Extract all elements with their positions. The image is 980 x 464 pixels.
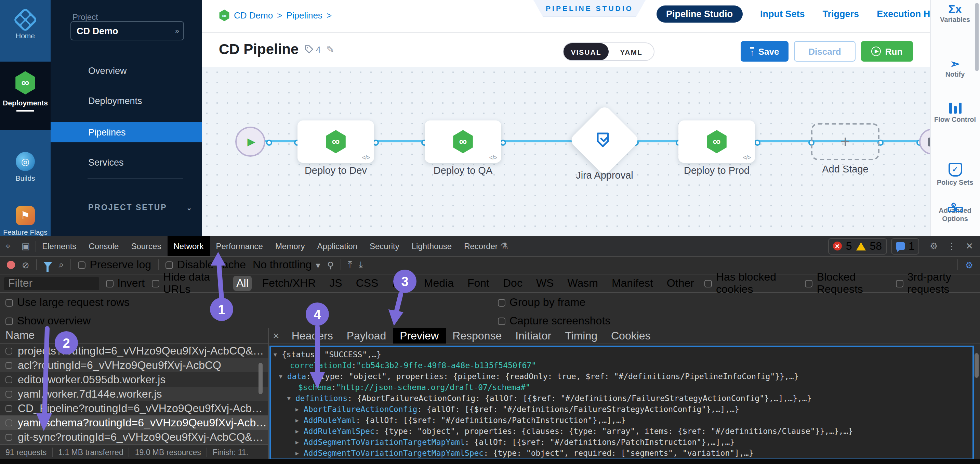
stage-label[interactable]: Deploy to Dev <box>281 165 390 176</box>
request-row[interactable]: projects?routingId=6_vVHzo9Qeu9fXvj-AcbC… <box>0 344 268 358</box>
blocked-requests-checkbox[interactable]: Blocked Requests <box>805 271 889 296</box>
detail-tab-initiator[interactable]: Initiator <box>509 328 558 344</box>
json-preview-pane[interactable]: ▼{status: "SUCCESS",…} correlationId: "c… <box>269 346 974 460</box>
scrollbar-thumb[interactable] <box>975 353 978 378</box>
filter-chip-media[interactable]: Media <box>421 276 457 291</box>
request-row[interactable]: git-sync?routingId=6_vVHzo9Qeu9fXvj-AcbC… <box>0 430 268 444</box>
detail-tab-payload[interactable]: Payload <box>340 328 393 344</box>
sidebar-item-pipelines[interactable]: Pipelines <box>51 122 202 142</box>
devtools-tab-elements[interactable]: Elements <box>36 236 83 256</box>
record-button[interactable] <box>7 261 15 269</box>
sidebar-item-home[interactable]: Home <box>0 0 51 62</box>
add-stage-label[interactable]: Add Stage <box>791 164 900 174</box>
project-selector[interactable]: CD Demo » <box>70 21 184 40</box>
run-button[interactable]: ▶ Run <box>861 41 913 62</box>
json-line[interactable]: ▶AddRuleYamlSpec: {type: "object", prope… <box>296 426 853 437</box>
sidebar-item-deployments[interactable]: ∞ Deployments <box>0 62 51 130</box>
toggle-visual[interactable]: VISUAL <box>563 43 609 60</box>
detail-tab-preview[interactable]: Preview <box>393 328 445 344</box>
json-line[interactable]: ▼{status: "SUCCESS",…} <box>274 349 381 360</box>
request-row[interactable]: yaml.worker.7d144e.worker.js <box>0 387 268 401</box>
filter-chip-doc[interactable]: Doc <box>500 276 526 291</box>
json-line[interactable]: ▶AddSegmentToVariationTargetMapYamlSpec:… <box>296 448 754 459</box>
import-har-icon[interactable]: ⤒ <box>348 259 352 270</box>
devtools-tab-memory[interactable]: Memory <box>269 236 311 256</box>
stage-label[interactable]: Jira Approval <box>550 170 659 181</box>
detail-tab-timing[interactable]: Timing <box>558 328 604 344</box>
json-line[interactable]: correlationId: "cb54c3b2-9ffe-49f8-a48e-… <box>282 360 536 371</box>
filter-funnel-icon[interactable] <box>44 262 52 268</box>
search-icon[interactable]: ⌕ <box>59 259 64 270</box>
variables-button[interactable]: Σx Variables <box>930 5 980 24</box>
clear-icon[interactable]: ⊘ <box>22 260 29 270</box>
gear-icon[interactable]: ⚙ <box>925 241 942 251</box>
has-blocked-cookies-checkbox[interactable]: Has blocked cookies <box>705 271 799 296</box>
third-party-checkbox[interactable]: 3rd-party requests <box>896 271 980 296</box>
stage-label[interactable]: Deploy to QA <box>408 165 518 176</box>
filter-input[interactable]: Filter <box>4 277 99 290</box>
sidebar-item-deployments-sub[interactable]: Deployments <box>51 90 202 111</box>
show-overview-checkbox[interactable]: Show overview <box>5 315 91 327</box>
pipeline-start-node[interactable]: ▶ <box>235 127 265 157</box>
pane-divider[interactable] <box>268 328 269 459</box>
detail-tab-cookies[interactable]: Cookies <box>604 328 657 344</box>
tab-input-sets[interactable]: Input Sets <box>760 9 805 19</box>
requests-name-column-header[interactable]: Name <box>0 328 268 344</box>
request-row[interactable]: editor.worker.0595db.worker.js <box>0 372 268 387</box>
filter-chip-all[interactable]: All <box>233 276 252 291</box>
request-row[interactable]: acl?routingId=6_vVHzo9Qeu9fXvj-AcbCQ <box>0 358 268 372</box>
visual-yaml-toggle[interactable]: VISUAL YAML <box>563 42 654 61</box>
advanced-options-button[interactable]: ⚙ Advanced Options <box>930 207 980 223</box>
devtools-tab-network[interactable]: Network <box>167 236 210 256</box>
sidebar-item-overview[interactable]: Overview <box>51 60 202 81</box>
devtools-tab-recorder[interactable]: Recorder ⚗ <box>458 236 514 256</box>
discard-button[interactable]: Discard <box>794 41 856 62</box>
throttling-select[interactable]: No throttling▾ <box>253 259 320 271</box>
json-line[interactable]: $schema: "http://json-schema.org/draft-0… <box>290 382 530 393</box>
scrollbar-thumb[interactable] <box>975 3 978 71</box>
hide-data-urls-checkbox[interactable]: Hide data URLs <box>151 271 226 296</box>
network-settings-gear-icon[interactable]: ⚙ <box>965 260 980 270</box>
json-line[interactable]: ▼data: {type: "object", properties: {pip… <box>279 371 799 382</box>
sidebar-item-feature-flags[interactable]: ⚑ Feature Flags <box>0 195 51 236</box>
use-large-rows-checkbox[interactable]: Use large request rows <box>5 297 130 309</box>
json-line[interactable]: ▶AddRuleYaml: {allOf: [{$ref: "#/definit… <box>296 415 626 426</box>
close-detail-icon[interactable]: × <box>269 330 285 342</box>
request-row[interactable]: CD_Pipeline?routingId=6_vVHzo9Qeu9fXvj-A… <box>0 401 268 415</box>
preserve-log-checkbox[interactable]: Preserve log <box>78 259 151 271</box>
sidebar-item-services[interactable]: Services <box>51 152 202 172</box>
devtools-tab-sources[interactable]: Sources <box>125 236 167 256</box>
stage-node-deploy-to-qa[interactable]: ∞ </> <box>425 120 501 163</box>
request-checkbox[interactable] <box>5 347 12 354</box>
devtools-tab-security[interactable]: Security <box>363 236 406 256</box>
messages-badge[interactable]: 1 <box>891 238 920 254</box>
breadcrumb-project[interactable]: CD Demo <box>234 10 273 21</box>
stage-node-deploy-to-dev[interactable]: ∞ </> <box>298 120 374 163</box>
filter-chip-font[interactable]: Font <box>464 276 493 291</box>
filter-chip-other[interactable]: Other <box>663 276 698 291</box>
request-checkbox[interactable] <box>5 419 12 426</box>
request-checkbox[interactable] <box>5 376 12 383</box>
device-toolbar-icon[interactable]: ▣ <box>16 241 35 251</box>
request-row-selected[interactable]: yaml-schema?routingId=6_vVHzo9Qeu9fXvj-A… <box>0 415 268 430</box>
stage-label[interactable]: Deploy to Prod <box>662 165 772 176</box>
json-line[interactable]: ▼definitions: {AbortFailureActionConfig:… <box>287 393 811 404</box>
project-setup-toggle[interactable]: PROJECT SETUP⌄ <box>88 203 192 212</box>
console-issues-badge[interactable]: ✕5 58 <box>828 238 887 254</box>
inspect-cursor-icon[interactable]: ⌖ <box>0 241 16 252</box>
add-stage-button[interactable]: + <box>811 123 880 160</box>
filter-chip-wasm[interactable]: Wasm <box>564 276 601 291</box>
capture-screenshots-checkbox[interactable]: Capture screenshots <box>498 315 610 327</box>
sidebar-item-builds[interactable]: ◎ Builds <box>0 130 51 195</box>
scrollbar-thumb[interactable] <box>259 363 262 394</box>
tab-triggers[interactable]: Triggers <box>823 9 859 19</box>
group-by-frame-checkbox[interactable]: Group by frame <box>498 297 585 309</box>
stage-node-deploy-to-prod[interactable]: ∞ </> <box>678 120 755 163</box>
policy-sets-button[interactable]: ✓ Policy Sets <box>930 163 980 187</box>
detail-tab-headers[interactable]: Headers <box>285 328 340 344</box>
filter-chip-js[interactable]: JS <box>326 276 345 291</box>
kebab-menu-icon[interactable]: ⋮ <box>942 241 961 251</box>
request-checkbox[interactable] <box>5 434 12 440</box>
network-conditions-icon[interactable]: ⚲ <box>327 260 334 270</box>
request-checkbox[interactable] <box>5 405 12 411</box>
